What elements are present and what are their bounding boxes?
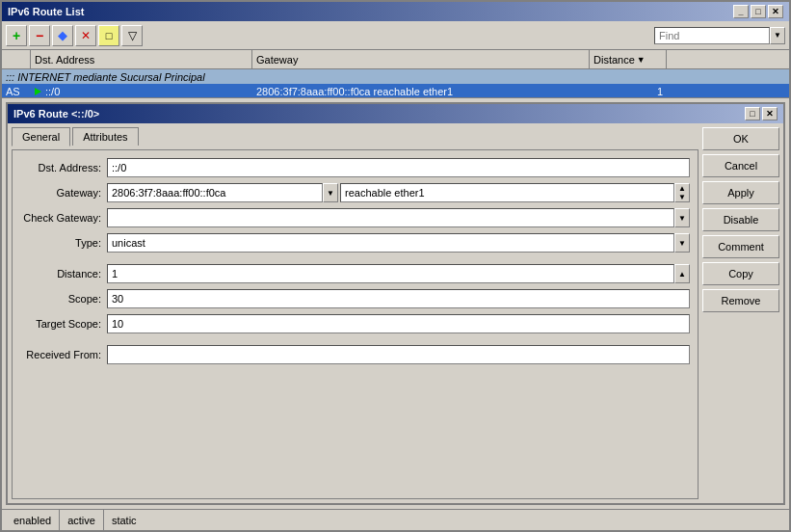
row-gateway-cell: 2806:3f7:8aaa:ff00::f0ca reachable ether… bbox=[252, 84, 590, 98]
gateway-dropdown-button[interactable]: ▼ bbox=[323, 183, 338, 202]
type-dropdown-button[interactable]: ▼ bbox=[674, 233, 690, 253]
type-row: Type: ▼ bbox=[20, 233, 690, 253]
check-gateway-input-wrapper: ▼ bbox=[107, 208, 690, 227]
comment-button[interactable]: Comment bbox=[702, 235, 779, 258]
col-header-distance-label: Distance bbox=[593, 54, 635, 66]
distance-row: Distance: ▲ bbox=[20, 264, 690, 283]
distance-label: Distance: bbox=[20, 268, 107, 279]
tab-attributes[interactable]: Attributes bbox=[72, 127, 138, 146]
copy-button[interactable]: □ bbox=[98, 25, 119, 46]
col-header-dst: Dst. Address bbox=[31, 50, 252, 68]
row-dst-cell: ::/0 bbox=[31, 84, 252, 98]
route-table: Dst. Address Gateway Distance ▼ ::: INTE… bbox=[2, 50, 789, 98]
gateway-label: Gateway: bbox=[20, 187, 107, 199]
tab-bar: General Attributes bbox=[12, 127, 699, 146]
gateway-input1-wrapper: ▼ bbox=[107, 183, 338, 202]
disable-button[interactable]: Disable bbox=[702, 208, 779, 231]
dst-address-input[interactable] bbox=[107, 158, 690, 177]
inner-title-bar: IPv6 Route <::/0> □ ✕ bbox=[8, 104, 783, 123]
remove-button[interactable]: − bbox=[29, 25, 50, 46]
outer-window-title: IPv6 Route List bbox=[8, 6, 84, 17]
delete-button[interactable]: ✕ bbox=[75, 25, 96, 46]
received-from-label: Received From: bbox=[20, 349, 107, 360]
status-enabled: enabled bbox=[6, 510, 60, 530]
gateway-input1[interactable] bbox=[107, 183, 323, 202]
gateway-input2[interactable] bbox=[340, 183, 674, 202]
target-scope-label: Target Scope: bbox=[20, 318, 107, 330]
type-label: Type: bbox=[20, 237, 107, 249]
form-panel: Dst. Address: Gateway: ▼ bbox=[12, 149, 699, 499]
inner-close-button[interactable]: ✕ bbox=[762, 107, 778, 120]
ok-button[interactable]: OK bbox=[702, 127, 779, 150]
check-gateway-row: Check Gateway: ▼ bbox=[20, 208, 690, 227]
search-dropdown-button[interactable]: ▼ bbox=[770, 27, 785, 44]
table-row[interactable]: AS ::/0 2806:3f7:8aaa:ff00::f0ca reachab… bbox=[2, 84, 789, 98]
inner-maximize-button[interactable]: □ bbox=[745, 107, 760, 120]
form-area: General Attributes Dst. Address: Gateway… bbox=[12, 127, 699, 499]
target-scope-row: Target Scope: bbox=[20, 314, 690, 333]
button-panel: OK Cancel Apply Disable Comment Copy Rem… bbox=[702, 127, 779, 499]
inner-window-title: IPv6 Route <::/0> bbox=[13, 108, 99, 120]
outer-window: IPv6 Route List _ □ ✕ + − ◆ ✕ □ ▽ ▼ Dst.… bbox=[0, 0, 791, 532]
received-from-row: Received From: bbox=[20, 345, 690, 364]
row-type-cell: AS bbox=[2, 84, 31, 98]
inner-window: IPv6 Route <::/0> □ ✕ General Attributes bbox=[6, 102, 785, 505]
row-dst-value: ::/0 bbox=[45, 86, 60, 97]
status-static: static bbox=[104, 510, 145, 530]
inner-window-controls: □ ✕ bbox=[745, 107, 778, 120]
copy-button-form[interactable]: Copy bbox=[702, 262, 779, 285]
status-bar: enabled active static bbox=[2, 509, 789, 530]
outer-minimize-button[interactable]: _ bbox=[733, 5, 749, 18]
gateway2-dropdown-button[interactable]: ▲▼ bbox=[674, 183, 690, 202]
check-gateway-label: Check Gateway: bbox=[20, 212, 107, 224]
gateway-input-group: ▼ ▲▼ bbox=[107, 183, 690, 202]
gateway-row: Gateway: ▼ ▲▼ bbox=[20, 183, 690, 202]
col-header-gateway-label: Gateway bbox=[256, 54, 298, 66]
col-header-gateway: Gateway bbox=[252, 50, 590, 68]
dst-address-label: Dst. Address: bbox=[20, 162, 107, 173]
add-button[interactable]: + bbox=[6, 25, 27, 46]
apply-button[interactable]: Apply bbox=[702, 181, 779, 204]
check-gateway-dropdown-button[interactable]: ▼ bbox=[674, 208, 690, 227]
play-icon bbox=[35, 88, 41, 95]
outer-maximize-button[interactable]: □ bbox=[751, 5, 766, 18]
scope-input[interactable] bbox=[107, 289, 690, 308]
table-group-label: ::: INTERNET mediante Sucursal Principal bbox=[2, 69, 789, 84]
row-distance-cell: 1 bbox=[590, 84, 667, 98]
outer-close-button[interactable]: ✕ bbox=[768, 5, 783, 18]
gateway-input2-wrapper: ▲▼ bbox=[340, 183, 690, 202]
filter-button[interactable]: ▽ bbox=[121, 25, 143, 46]
table-header: Dst. Address Gateway Distance ▼ bbox=[2, 50, 789, 69]
distance-up-button[interactable]: ▲ bbox=[674, 264, 690, 283]
search-area: ▼ bbox=[654, 27, 785, 44]
inner-content: General Attributes Dst. Address: Gateway… bbox=[8, 123, 783, 503]
cancel-button[interactable]: Cancel bbox=[702, 154, 779, 177]
dst-address-row: Dst. Address: bbox=[20, 158, 690, 177]
target-scope-input[interactable] bbox=[107, 314, 690, 333]
tab-general[interactable]: General bbox=[12, 127, 70, 146]
distance-sort-icon: ▼ bbox=[637, 55, 646, 65]
outer-title-bar: IPv6 Route List _ □ ✕ bbox=[2, 2, 789, 21]
col-header-check bbox=[2, 50, 31, 68]
check-gateway-input[interactable] bbox=[107, 208, 674, 227]
distance-input-group: ▲ bbox=[107, 264, 690, 283]
row-type-label: AS bbox=[6, 86, 20, 97]
type-input-wrapper: ▼ bbox=[107, 233, 690, 253]
scope-row: Scope: bbox=[20, 289, 690, 308]
scope-label: Scope: bbox=[20, 293, 107, 305]
remove-button-form[interactable]: Remove bbox=[702, 289, 779, 312]
status-active: active bbox=[60, 510, 104, 530]
outer-window-controls: _ □ ✕ bbox=[733, 5, 783, 18]
col-header-distance: Distance ▼ bbox=[590, 50, 667, 68]
received-from-input[interactable] bbox=[107, 345, 690, 364]
distance-input[interactable] bbox=[107, 264, 674, 283]
type-input[interactable] bbox=[107, 233, 674, 253]
toolbar: + − ◆ ✕ □ ▽ ▼ bbox=[2, 21, 789, 50]
search-input[interactable] bbox=[654, 27, 770, 44]
edit-button[interactable]: ◆ bbox=[52, 25, 73, 46]
